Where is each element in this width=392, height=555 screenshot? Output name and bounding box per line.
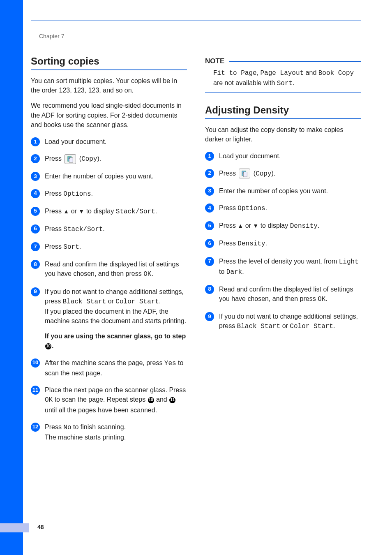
step-number-icon: 8 bbox=[31, 260, 40, 269]
text-fragment: to display bbox=[258, 222, 290, 229]
density-label: Density bbox=[238, 240, 265, 247]
step-1: 1 Load your document. bbox=[31, 137, 187, 146]
text-fragment: Press the level of density you want, fro… bbox=[219, 258, 339, 265]
step-number-icon: 1 bbox=[31, 137, 40, 146]
text-fragment: The machine starts printing. bbox=[45, 434, 126, 441]
text-fragment: to finish scanning. bbox=[71, 423, 126, 430]
text-fragment: . bbox=[159, 298, 161, 305]
text-fragment: , bbox=[257, 69, 261, 76]
text-fragment: . bbox=[293, 79, 294, 86]
text-fragment: Repeat steps bbox=[107, 396, 148, 403]
step-4: 4 Press Options. bbox=[205, 203, 361, 213]
text-fragment: . bbox=[151, 270, 153, 277]
svg-text:A: A bbox=[69, 157, 70, 160]
ok-label: OK bbox=[143, 271, 151, 278]
text-fragment: Place the next page on the scanner glass… bbox=[45, 386, 186, 393]
text-fragment: or bbox=[106, 298, 115, 305]
step-3: 3 Enter the number of copies you want. bbox=[205, 186, 361, 196]
text-fragment: Press bbox=[219, 222, 238, 229]
text-fragment: until all the pages have been scanned. bbox=[45, 407, 157, 414]
step-text: Press ▲ or ▼ to display Density. bbox=[219, 221, 361, 231]
text-fragment: Read and confirm the displayed list of s… bbox=[45, 261, 179, 277]
step-number-icon: 12 bbox=[31, 423, 40, 432]
text-fragment: If you placed the document in the ADF, t… bbox=[45, 308, 186, 324]
scanner-glass-note: If you are using the scanner glass, go t… bbox=[45, 333, 186, 349]
left-margin-bar bbox=[0, 0, 23, 555]
step-number-icon: 10 bbox=[31, 358, 40, 368]
yes-label: Yes bbox=[164, 360, 176, 367]
dark-label: Dark bbox=[226, 268, 242, 276]
chapter-label: Chapter 7 bbox=[39, 33, 64, 39]
sort-label: Sort bbox=[277, 80, 293, 87]
step-number-icon: 9 bbox=[205, 312, 214, 321]
text-fragment: . bbox=[265, 204, 267, 211]
options-label: Options bbox=[238, 205, 265, 212]
text-fragment: ( bbox=[251, 170, 256, 177]
text-fragment: Read and confirm the displayed list of s… bbox=[219, 286, 353, 302]
step-text: Place the next page on the scanner glass… bbox=[45, 385, 187, 415]
intro-paragraph-2: We recommend you load single-sided docum… bbox=[31, 101, 187, 130]
step-text: Enter the number of copies you want. bbox=[219, 186, 361, 196]
text-fragment: After the machine scans the page, press bbox=[45, 359, 164, 366]
text-fragment: . bbox=[325, 295, 327, 302]
step-9: 9 If you do not want to change additiona… bbox=[205, 312, 361, 331]
text-fragment: and bbox=[304, 69, 318, 76]
step-text: Press Stack/Sort. bbox=[45, 224, 187, 234]
step-6: 6 Press Stack/Sort. bbox=[31, 224, 187, 234]
text-fragment: ( bbox=[77, 155, 81, 162]
step-number-icon: 8 bbox=[205, 285, 214, 294]
step-ref-10-icon: 10 bbox=[45, 343, 51, 349]
page-layout-label: Page Layout bbox=[261, 69, 304, 77]
step-12: 12 Press No to finish scanning. The mach… bbox=[31, 422, 187, 442]
step-text: Press Options. bbox=[45, 189, 187, 199]
note-rule bbox=[229, 61, 361, 62]
step-number-icon: 11 bbox=[31, 386, 40, 395]
options-label: Options bbox=[63, 190, 91, 198]
step-number-icon: 6 bbox=[205, 239, 214, 248]
step-number-icon: 1 bbox=[205, 152, 214, 161]
text-fragment: Press bbox=[219, 170, 238, 177]
ok-label: OK bbox=[45, 396, 53, 404]
text-fragment: Press bbox=[45, 208, 63, 215]
text-fragment: to display bbox=[84, 208, 115, 215]
text-fragment: . bbox=[103, 225, 104, 232]
text-fragment: If you are using the scanner glass, go t… bbox=[45, 333, 186, 340]
up-arrow-icon: ▲ bbox=[238, 222, 243, 229]
step-text: Read and confirm the displayed list of s… bbox=[45, 259, 187, 279]
step-text: If you do not want to change additional … bbox=[219, 312, 361, 331]
step-text: Press A (Copy). bbox=[45, 154, 187, 164]
text-fragment: to scan the page. bbox=[53, 396, 105, 403]
sorting-copies-heading: Sorting copies bbox=[31, 56, 187, 70]
step-6: 6 Press Density. bbox=[205, 238, 361, 249]
step-number-icon: 4 bbox=[205, 204, 214, 213]
page-number: 48 bbox=[37, 524, 44, 530]
text-fragment: . bbox=[155, 208, 157, 215]
note-body: Fit to Page, Page Layout and Book Copy a… bbox=[205, 68, 361, 93]
step-ref-10-icon: 10 bbox=[148, 397, 154, 403]
text-fragment: are not available with bbox=[213, 79, 277, 86]
note-heading: NOTE bbox=[205, 57, 361, 65]
step-ref-11-icon: 11 bbox=[169, 397, 175, 403]
step-number-icon: 6 bbox=[31, 224, 40, 234]
step-number-icon: 9 bbox=[31, 287, 40, 296]
step-number-icon: 3 bbox=[205, 187, 214, 196]
step-number-icon: 7 bbox=[205, 257, 214, 266]
down-arrow-icon: ▼ bbox=[253, 222, 258, 229]
adjusting-density-heading: Adjusting Density bbox=[205, 104, 361, 119]
color-start-label: Color Start bbox=[290, 323, 333, 330]
color-start-label: Color Start bbox=[115, 298, 159, 305]
intro-paragraph: You can sort multiple copies. Your copie… bbox=[31, 76, 187, 95]
text-fragment: ). bbox=[97, 155, 101, 162]
stack-sort-label: Stack/Sort bbox=[116, 208, 155, 215]
step-7: 7 Press Sort. bbox=[31, 242, 187, 252]
step-text: Load your document. bbox=[45, 137, 187, 146]
text-fragment: or bbox=[280, 322, 290, 329]
content-columns: Sorting copies You can sort multiple cop… bbox=[31, 56, 361, 449]
black-start-label: Black Start bbox=[237, 323, 281, 330]
copy-icon: A bbox=[65, 154, 76, 164]
text-fragment: . bbox=[265, 240, 267, 247]
step-text: Press A (Copy). bbox=[219, 169, 361, 179]
step-5: 5 Press ▲ or ▼ to display Density. bbox=[205, 221, 361, 231]
left-column: Sorting copies You can sort multiple cop… bbox=[31, 56, 187, 449]
step-3: 3 Enter the number of copies you want. bbox=[31, 171, 187, 181]
